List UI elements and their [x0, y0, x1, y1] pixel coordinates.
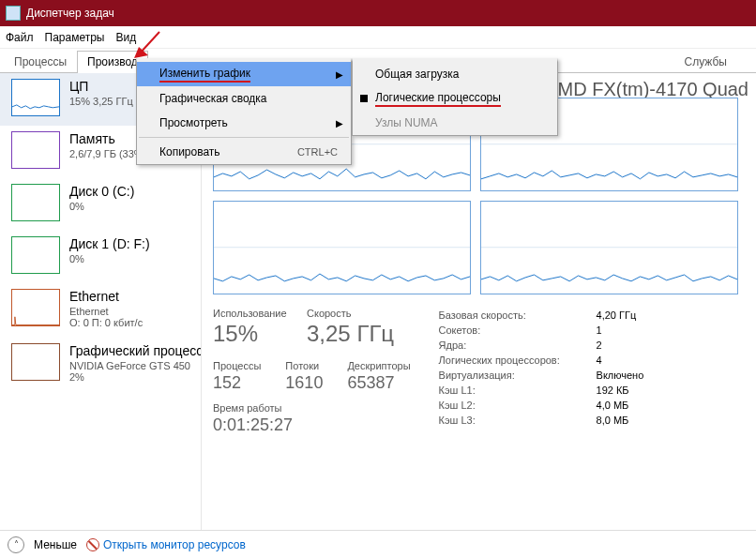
ctx-change-graph-label: Изменить график — [159, 67, 250, 83]
sidebar-gpu-name: Графический процессор 0 — [69, 343, 202, 358]
ctx-copy-label: Копировать — [159, 145, 220, 158]
menubar: Файл Параметры Вид — [0, 26, 756, 49]
kv-l2-v: 4,0 МБ — [597, 398, 629, 413]
sidebar-item-disk0[interactable]: Диск 0 (C:) 0% — [0, 178, 201, 231]
chevron-right-icon: ▶ — [336, 118, 343, 128]
kv-cores-v: 2 — [597, 338, 602, 353]
ctx-numa: Узлы NUMA — [353, 111, 557, 135]
disk0-thumb — [11, 184, 60, 221]
tab-services[interactable]: Службы — [674, 51, 737, 73]
kv-lp-v: 4 — [597, 353, 602, 368]
sidebar-disk0-name: Диск 0 (C:) — [69, 184, 134, 199]
sidebar-disk1-name: Диск 1 (D: F:) — [69, 236, 150, 251]
ctx-copy-hotkey: CTRL+C — [297, 146, 338, 158]
fewer-details-button[interactable]: Меньше — [34, 538, 77, 551]
kv-lp-k: Логических процессоров: — [439, 353, 597, 368]
ctx-logical-processors[interactable]: Логические процессоры — [353, 86, 557, 111]
sidebar-disk0-sub: 0% — [69, 201, 134, 212]
kv-l1-v: 192 КБ — [597, 383, 629, 398]
context-submenu-change-graph: Общая загрузка Логические процессоры Узл… — [352, 58, 558, 136]
sidebar-memory-name: Память — [69, 131, 146, 146]
handles-label: Дескрипторы — [347, 360, 410, 371]
resource-monitor-icon — [86, 538, 99, 551]
cpu-thumb — [11, 79, 60, 116]
kv-base-v: 4,20 ГГц — [597, 308, 637, 323]
tab-processes[interactable]: Процессы — [4, 51, 77, 73]
cpu-chart-3 — [480, 201, 738, 294]
ctx-change-graph[interactable]: Изменить график ▶ — [137, 62, 351, 86]
open-resource-monitor-link[interactable]: Открыть монитор ресурсов — [86, 538, 246, 551]
ctx-view-label: Просмотреть — [159, 116, 228, 129]
sidebar-cpu-name: ЦП — [69, 79, 133, 94]
statusbar: ˄ Меньше Открыть монитор ресурсов — [0, 530, 756, 558]
memory-thumb — [11, 131, 60, 169]
sidebar-item-ethernet[interactable]: Ethernet Ethernet О: 0 П: 0 кбит/с — [0, 283, 201, 338]
kv-virt-v: Включено — [597, 368, 644, 383]
sidebar-cpu-sub: 15% 3,25 ГГц — [69, 96, 133, 107]
sidebar-ethernet-sub2: О: 0 П: 0 кбит/с — [69, 317, 143, 328]
ctx-overall-label: Общая загрузка — [375, 68, 459, 81]
uptime-label: Время работы — [213, 402, 411, 414]
kv-l2-k: Кэш L2: — [439, 398, 597, 413]
ctx-numa-label: Узлы NUMA — [375, 116, 438, 129]
usage-label: Использование — [213, 308, 294, 319]
kv-l3-k: Кэш L3: — [439, 413, 597, 428]
chevron-right-icon: ▶ — [336, 69, 343, 80]
menu-file[interactable]: Файл — [6, 31, 34, 44]
open-resource-monitor-label: Открыть монитор ресурсов — [103, 538, 246, 551]
kv-l3-v: 8,0 МБ — [597, 413, 629, 428]
sidebar-gpu-sub1: NVIDIA GeForce GTS 450 — [69, 360, 202, 371]
titlebar: Диспетчер задач — [0, 0, 756, 26]
sidebar-ethernet-sub1: Ethernet — [69, 306, 143, 317]
menu-options[interactable]: Параметры — [45, 31, 105, 44]
window-title: Диспетчер задач — [26, 7, 114, 20]
processes-label: Процессы — [213, 360, 261, 371]
threads-value: 1610 — [285, 373, 323, 393]
disk1-thumb — [11, 236, 60, 274]
sidebar-ethernet-name: Ethernet — [69, 289, 143, 304]
sidebar-gpu-sub2: 2% — [69, 371, 202, 383]
sidebar-item-gpu[interactable]: Графический процессор 0 NVIDIA GeForce G… — [0, 338, 201, 392]
content: ЦП 15% 3,25 ГГц Память 2,6/7,9 ГБ (33%) … — [0, 73, 756, 530]
context-menu-view: Изменить график ▶ Графическая сводка Про… — [136, 58, 352, 165]
cpu-info-table: Базовая скорость:4,20 ГГц Сокетов:1 Ядра… — [439, 308, 644, 435]
processes-value: 152 — [213, 373, 261, 393]
sidebar-item-disk1[interactable]: Диск 1 (D: F:) 0% — [0, 231, 201, 283]
sidebar-memory-sub: 2,6/7,9 ГБ (33%) — [69, 148, 146, 159]
kv-base-k: Базовая скорость: — [439, 308, 597, 323]
speed-label: Скорость — [307, 308, 394, 319]
kv-virt-k: Виртуализация: — [439, 368, 597, 383]
cpu-chart-2 — [213, 201, 471, 294]
ctx-logical-label: Логические процессоры — [375, 91, 501, 107]
ctx-view[interactable]: Просмотреть ▶ — [137, 111, 351, 135]
kv-cores-k: Ядра: — [439, 338, 597, 353]
ethernet-thumb — [11, 289, 60, 326]
usage-value: 15% — [213, 321, 294, 347]
sidebar-disk1-sub: 0% — [69, 253, 150, 264]
kv-sockets-k: Сокетов: — [439, 323, 597, 338]
kv-sockets-v: 1 — [597, 323, 602, 338]
gpu-thumb — [11, 343, 60, 381]
ctx-copy[interactable]: Копировать CTRL+C — [137, 140, 351, 164]
ctx-summary-label: Графическая сводка — [159, 92, 267, 105]
app-icon — [6, 6, 21, 21]
handles-value: 65387 — [347, 373, 410, 393]
uptime-value: 0:01:25:27 — [213, 415, 411, 435]
ctx-summary[interactable]: Графическая сводка — [137, 86, 351, 111]
speed-value: 3,25 ГГц — [307, 321, 394, 347]
chevron-up-icon[interactable]: ˄ — [8, 536, 24, 553]
bullet-icon — [360, 95, 368, 102]
kv-l1-k: Кэш L1: — [439, 383, 597, 398]
ctx-overall[interactable]: Общая загрузка — [353, 62, 557, 86]
threads-label: Потоки — [285, 360, 323, 371]
